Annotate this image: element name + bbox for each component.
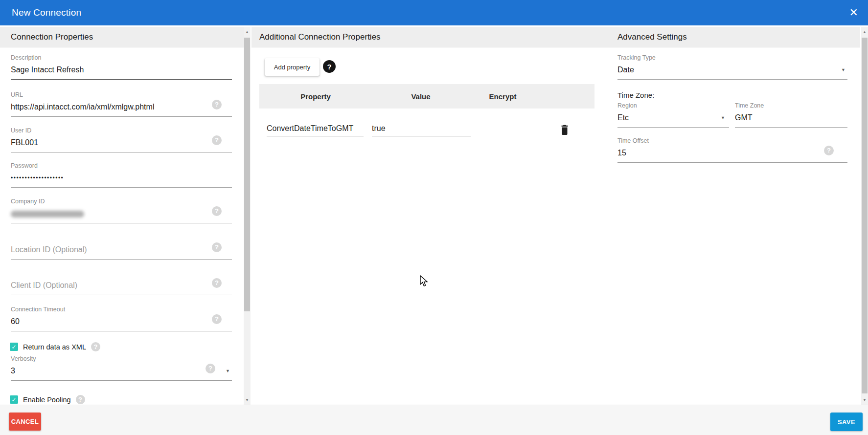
region-select[interactable]: Etc▼ — [617, 109, 729, 128]
new-connection-dialog: New Connection ✕ Connection Properties A… — [0, 0, 868, 435]
time-offset-label: Time Offset — [617, 137, 847, 145]
time-offset-field: Time Offset 15? — [617, 137, 847, 163]
column-header-encrypt: Encrypt — [470, 92, 536, 101]
column-header-property: Property — [259, 92, 372, 101]
cancel-button[interactable]: CANCEL — [9, 413, 41, 431]
client-id-input[interactable]: Client ID (Optional)? — [11, 277, 232, 295]
description-field: Description Sage Intacct Refresh — [11, 54, 232, 80]
left-panel-scrollbar[interactable]: ▲ ▼ — [244, 27, 251, 405]
time-zone-field: Time Zone GMT — [735, 102, 847, 128]
chevron-down-icon[interactable]: ▼ — [841, 65, 845, 75]
property-name-input[interactable]: ConvertDateTimeToGMT — [267, 121, 364, 136]
enable-pooling-row: ✓ Enable Pooling ? — [10, 395, 85, 404]
section-connection-properties: Connection Properties — [0, 27, 244, 47]
help-icon[interactable]: ? — [212, 206, 222, 216]
password-field: Password ••••••••••••••••••• — [11, 162, 232, 188]
password-input[interactable]: ••••••••••••••••••• — [11, 170, 232, 188]
properties-table-header: Property Value Encrypt — [259, 84, 594, 109]
location-id-field: Location ID (Optional)? — [11, 241, 232, 260]
section-title: Connection Properties — [11, 32, 93, 42]
dialog-title: New Connection — [12, 7, 81, 18]
trash-icon — [559, 123, 570, 136]
url-label: URL — [11, 91, 232, 99]
redacted-value — [11, 211, 84, 218]
add-property-button[interactable]: Add property — [265, 58, 320, 76]
help-icon[interactable]: ? — [212, 314, 222, 324]
user-id-field: User ID FBL001? — [11, 127, 232, 152]
property-value-input[interactable]: true — [372, 121, 471, 136]
return-xml-label: Return data as XML — [23, 343, 86, 351]
scrollbar-thumb[interactable] — [244, 38, 250, 311]
section-additional-properties: Additional Connection Properties — [251, 27, 606, 47]
tracking-type-select[interactable]: Date▼ — [617, 62, 847, 80]
help-icon[interactable]: ? — [212, 135, 222, 145]
time-zone-group-label: Time Zone: — [617, 91, 654, 99]
chevron-down-icon[interactable]: ▼ — [721, 112, 725, 123]
company-id-input[interactable]: ? — [11, 205, 232, 223]
help-icon[interactable]: ? — [76, 395, 85, 404]
return-xml-row: ✓ Return data as XML ? — [10, 342, 100, 351]
client-id-field: Client ID (Optional)? — [11, 277, 232, 295]
delete-property-button[interactable] — [559, 123, 570, 136]
help-icon[interactable]: ? — [91, 342, 100, 351]
connection-timeout-input[interactable]: 60? — [11, 313, 232, 331]
panel-divider — [606, 27, 606, 405]
section-advanced-settings: Advanced Settings — [606, 27, 860, 47]
tracking-type-field: Tracking Type Date▼ — [617, 54, 847, 80]
scrollbar-thumb[interactable] — [862, 38, 868, 393]
help-icon[interactable]: ? — [206, 364, 215, 373]
chevron-down-icon[interactable]: ▼ — [226, 366, 230, 376]
description-label: Description — [11, 54, 232, 62]
verbosity-label: Verbosity — [11, 355, 232, 363]
help-icon[interactable]: ? — [212, 242, 222, 252]
user-id-label: User ID — [11, 127, 232, 134]
column-header-value: Value — [372, 92, 470, 101]
enable-pooling-label: Enable Pooling — [23, 396, 71, 404]
user-id-input[interactable]: FBL001? — [11, 134, 232, 152]
section-title: Advanced Settings — [617, 32, 687, 42]
enable-pooling-checkbox[interactable]: ✓ — [10, 395, 18, 404]
help-icon[interactable]: ? — [212, 100, 222, 109]
time-zone-input[interactable]: GMT — [735, 109, 847, 128]
dialog-footer: CANCEL SAVE — [0, 405, 868, 435]
return-xml-checkbox[interactable]: ✓ — [10, 343, 18, 351]
url-field: URL https://api.intacct.com/ia/xml/xmlgw… — [11, 91, 232, 117]
save-button[interactable]: SAVE — [830, 413, 863, 431]
dialog-scrollbar[interactable]: ▲ ▼ — [861, 27, 868, 405]
section-title: Additional Connection Properties — [259, 32, 381, 42]
region-field: Region Etc▼ — [617, 102, 729, 128]
description-input[interactable]: Sage Intacct Refresh — [11, 62, 232, 80]
time-zone-label: Time Zone — [735, 102, 847, 109]
region-label: Region — [617, 102, 729, 109]
url-input[interactable]: https://api.intacct.com/ia/xml/xmlgw.pht… — [11, 99, 232, 117]
verbosity-select[interactable]: 3?▼ — [11, 363, 232, 381]
help-icon[interactable]: ? — [323, 60, 336, 73]
password-label: Password — [11, 162, 232, 170]
help-icon[interactable]: ? — [824, 146, 834, 155]
location-id-input[interactable]: Location ID (Optional)? — [11, 241, 232, 260]
time-offset-input[interactable]: 15? — [617, 145, 847, 163]
help-icon[interactable]: ? — [212, 278, 222, 288]
connection-timeout-field: Connection Timeout 60? — [11, 305, 232, 331]
scroll-down-icon[interactable]: ▼ — [861, 396, 868, 404]
dialog-titlebar: New Connection ✕ — [0, 0, 868, 25]
company-id-label: Company ID — [11, 197, 232, 205]
mouse-cursor — [420, 275, 429, 290]
close-icon[interactable]: ✕ — [849, 0, 858, 25]
tracking-type-label: Tracking Type — [617, 54, 847, 62]
scroll-up-icon[interactable]: ▲ — [244, 28, 251, 36]
scroll-up-icon[interactable]: ▲ — [861, 28, 868, 36]
company-id-field: Company ID ? — [11, 197, 232, 223]
scroll-down-icon[interactable]: ▼ — [244, 396, 251, 404]
verbosity-field: Verbosity 3?▼ — [11, 355, 232, 381]
connection-timeout-label: Connection Timeout — [11, 305, 232, 313]
